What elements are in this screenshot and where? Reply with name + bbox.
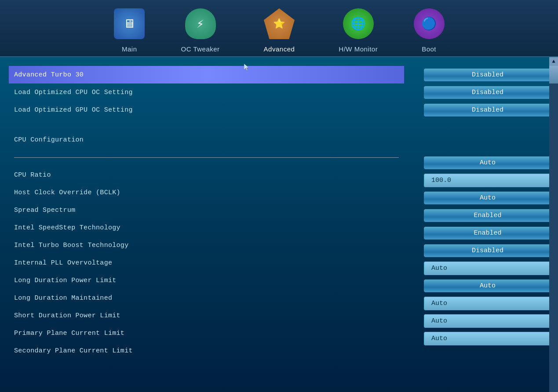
- setting-label-short-duration-power-limit: Short Duration Power Limit: [14, 312, 399, 319]
- spacer-row-1: [9, 119, 404, 127]
- value-btn-advanced-turbo-30[interactable]: Disabled: [424, 69, 551, 81]
- value-btn-spread-spectrum[interactable]: Auto: [424, 192, 551, 204]
- nav-label-boot: Boot: [413, 42, 445, 56]
- setting-label-long-duration-maintained: Long Duration Maintained: [14, 294, 399, 302]
- value-input-short-duration-power-limit[interactable]: Auto: [424, 297, 551, 310]
- scrollbar-track[interactable]: [549, 66, 558, 392]
- value-row-cpu-ratio: Auto: [413, 154, 551, 171]
- value-btn-long-duration-maintained[interactable]: Auto: [424, 279, 551, 292]
- setting-row-long-duration-maintained[interactable]: Long Duration Maintained: [9, 289, 404, 307]
- value-row-internal-pll: Disabled: [413, 242, 551, 259]
- advanced-icon: ⭐: [264, 8, 295, 39]
- value-row-divider: [413, 145, 551, 154]
- setting-row-intel-speedstep[interactable]: Intel SpeedStep Technology: [9, 219, 404, 236]
- value-input-long-duration-power-limit[interactable]: Auto: [424, 261, 551, 275]
- setting-row-short-duration-power-limit[interactable]: Short Duration Power Limit: [9, 307, 404, 324]
- nav-item-advanced[interactable]: ⭐ Advanced: [242, 8, 317, 56]
- value-btn-load-optimized-cpu[interactable]: Disabled: [424, 86, 551, 99]
- divider-cpu-config: [9, 149, 404, 166]
- value-row-host-clock-override: 100.0: [413, 171, 551, 189]
- setting-label-load-optimized-gpu: Load Optimized GPU OC Setting: [14, 106, 399, 114]
- setting-row-load-optimized-cpu[interactable]: Load Optimized CPU OC Setting: [9, 83, 404, 101]
- setting-row-cpu-configuration: CPU Configuration: [9, 131, 404, 149]
- scrollbar: ▲: [549, 57, 558, 392]
- setting-row-spread-spectrum[interactable]: Spread Spectrum: [9, 201, 404, 219]
- setting-row-long-duration-power-limit[interactable]: Long Duration Power Limit: [9, 272, 404, 289]
- nav-item-oc-tweaker[interactable]: ⚡ OC Tweaker: [159, 8, 242, 56]
- value-row-spread-spectrum: Auto: [413, 189, 551, 207]
- divider-line: [14, 157, 399, 158]
- value-input-host-clock-override[interactable]: 100.0: [424, 174, 551, 187]
- setting-label-load-optimized-cpu: Load Optimized CPU OC Setting: [14, 89, 399, 96]
- top-navigation: 🖥 Main ⚡ OC Tweaker ⭐ Advanced 🌐 H/W Mon…: [0, 0, 558, 57]
- value-row-load-optimized-cpu: Disabled: [413, 83, 551, 101]
- nav-item-hw-monitor[interactable]: 🌐 H/W Monitor: [317, 8, 400, 56]
- main-icon: 🖥: [114, 8, 145, 39]
- scrollbar-thumb[interactable]: [549, 66, 558, 83]
- nav-label-advanced: Advanced: [255, 42, 304, 56]
- setting-label-cpu-ratio: CPU Ratio: [14, 171, 399, 179]
- value-btn-cpu-ratio[interactable]: Auto: [424, 156, 551, 169]
- value-btn-load-optimized-gpu[interactable]: Disabled: [424, 104, 551, 116]
- setting-label-advanced-turbo-30: Advanced Turbo 30: [14, 71, 399, 79]
- value-row-intel-turbo-boost: Enabled: [413, 224, 551, 242]
- setting-label-spread-spectrum: Spread Spectrum: [14, 207, 399, 214]
- setting-row-cpu-ratio[interactable]: CPU Ratio: [9, 166, 404, 184]
- values-panel: Disabled Disabled Disabled Auto 100.0 Au…: [413, 66, 558, 392]
- value-row-short-duration-power-limit: Auto: [413, 294, 551, 312]
- value-btn-internal-pll[interactable]: Disabled: [424, 244, 551, 257]
- value-row-primary-plane-current: Auto: [413, 312, 551, 330]
- value-row-long-duration-power-limit: Auto: [413, 259, 551, 277]
- value-input-secondary-plane-current[interactable]: Auto: [424, 332, 551, 345]
- setting-label-host-clock-override: Host Clock Override (BCLK): [14, 189, 399, 196]
- setting-label-intel-speedstep: Intel SpeedStep Technology: [14, 224, 399, 232]
- value-row-secondary-plane-current: Auto: [413, 330, 551, 347]
- setting-row-host-clock-override[interactable]: Host Clock Override (BCLK): [9, 184, 404, 201]
- setting-row-internal-pll[interactable]: Internal PLL Overvoltage: [9, 254, 404, 272]
- main-content: Advanced Turbo 30 Load Optimized CPU OC …: [0, 57, 558, 392]
- boot-icon: 🔵: [414, 8, 445, 39]
- setting-row-load-optimized-gpu[interactable]: Load Optimized GPU OC Setting: [9, 101, 404, 119]
- setting-label-long-duration-power-limit: Long Duration Power Limit: [14, 277, 399, 284]
- nav-label-main: Main: [113, 42, 146, 56]
- value-row-long-duration-maintained: Auto: [413, 277, 551, 294]
- setting-row-intel-turbo-boost[interactable]: Intel Turbo Boost Technology: [9, 236, 404, 254]
- setting-label-primary-plane-current: Primary Plane Current Limit: [14, 330, 399, 337]
- value-input-primary-plane-current[interactable]: Auto: [424, 314, 551, 328]
- settings-list: Advanced Turbo 30 Load Optimized CPU OC …: [0, 66, 413, 392]
- value-row-advanced-turbo-30: Disabled: [413, 66, 551, 83]
- setting-label-cpu-configuration: CPU Configuration: [14, 136, 399, 144]
- nav-item-main[interactable]: 🖥 Main: [100, 8, 159, 56]
- setting-label-secondary-plane-current: Secondary Plane Current Limit: [14, 347, 399, 355]
- nav-item-boot[interactable]: 🔵 Boot: [400, 8, 458, 56]
- setting-row-secondary-plane-current[interactable]: Secondary Plane Current Limit: [9, 342, 404, 359]
- oc-tweaker-icon: ⚡: [185, 8, 216, 39]
- setting-row-advanced-turbo-30[interactable]: Advanced Turbo 30: [9, 66, 404, 83]
- value-btn-intel-speedstep[interactable]: Enabled: [424, 209, 551, 222]
- setting-row-primary-plane-current[interactable]: Primary Plane Current Limit: [9, 324, 404, 342]
- value-spacer-1: [413, 119, 551, 127]
- setting-label-intel-turbo-boost: Intel Turbo Boost Technology: [14, 242, 399, 249]
- hw-monitor-icon: 🌐: [343, 8, 374, 39]
- nav-label-hw-monitor: H/W Monitor: [330, 42, 387, 56]
- value-row-load-optimized-gpu: Disabled: [413, 101, 551, 119]
- scrollbar-up-button[interactable]: ▲: [549, 57, 558, 66]
- value-row-intel-speedstep: Enabled: [413, 207, 551, 224]
- value-btn-intel-turbo-boost[interactable]: Enabled: [424, 227, 551, 240]
- setting-label-internal-pll: Internal PLL Overvoltage: [14, 259, 399, 267]
- value-row-cpu-config-header: [413, 127, 551, 145]
- nav-label-oc-tweaker: OC Tweaker: [172, 42, 229, 56]
